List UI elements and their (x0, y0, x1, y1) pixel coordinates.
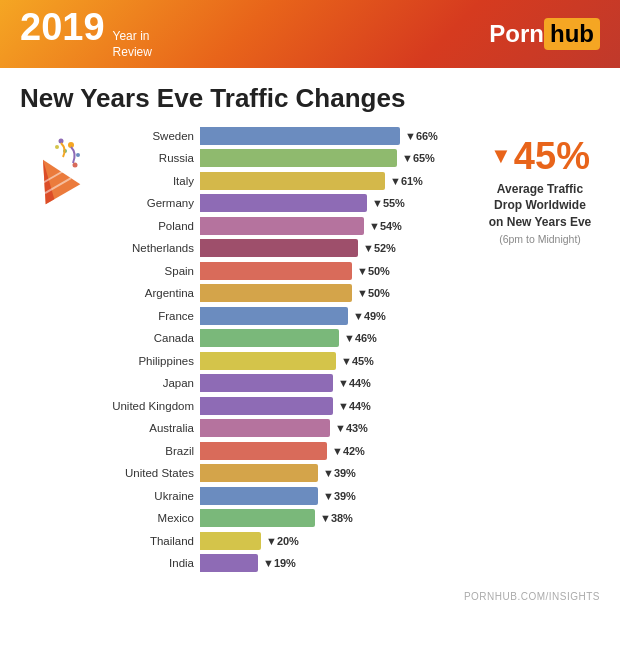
chart-row: Russia ▼65% (95, 149, 470, 167)
country-label: Argentina (95, 287, 200, 299)
bar-value-label: ▼38% (320, 512, 353, 524)
chart-row: United Kingdom ▼44% (95, 397, 470, 415)
year-review: 2019 Year in Review (20, 8, 152, 60)
stat-triangle-icon: ▼ (490, 145, 512, 167)
bar-value-label: ▼61% (390, 175, 423, 187)
svg-point-9 (55, 145, 59, 149)
country-label: India (95, 557, 200, 569)
country-label: Sweden (95, 130, 200, 142)
chart-row: Thailand ▼20% (95, 532, 470, 550)
bar (200, 397, 333, 415)
chart-row: Philippines ▼45% (95, 352, 470, 370)
bar (200, 464, 318, 482)
chart-row: Netherlands ▼52% (95, 239, 470, 257)
decoration-area (20, 127, 85, 577)
logo: Porn hub (489, 18, 600, 50)
chart-row: Sweden ▼66% (95, 127, 470, 145)
bar (200, 284, 352, 302)
chart-row: Italy ▼61% (95, 172, 470, 190)
bar (200, 194, 367, 212)
bar-value-label: ▼50% (357, 287, 390, 299)
bar (200, 374, 333, 392)
bar (200, 352, 336, 370)
bar-value-label: ▼42% (332, 445, 365, 457)
chart-row: India ▼19% (95, 554, 470, 572)
bar-value-label: ▼65% (402, 152, 435, 164)
bar-value-label: ▼39% (323, 467, 356, 479)
country-label: Mexico (95, 512, 200, 524)
bar (200, 419, 330, 437)
chart-row: Canada ▼46% (95, 329, 470, 347)
country-label: Philippines (95, 355, 200, 367)
main-content: New Years Eve Traffic Changes (0, 68, 620, 587)
chart-title: New Years Eve Traffic Changes (20, 84, 600, 113)
bar (200, 487, 318, 505)
header: 2019 Year in Review Porn hub (0, 0, 620, 68)
svg-point-6 (76, 153, 80, 157)
chart-row: United States ▼39% (95, 464, 470, 482)
country-label: Germany (95, 197, 200, 209)
chart-row: France ▼49% (95, 307, 470, 325)
country-label: Poland (95, 220, 200, 232)
chart-row: Poland ▼54% (95, 217, 470, 235)
svg-point-8 (72, 162, 77, 167)
bar-value-label: ▼44% (338, 377, 371, 389)
bar (200, 329, 339, 347)
country-label: Thailand (95, 535, 200, 547)
bar-value-label: ▼43% (335, 422, 368, 434)
year-sub: Year in Review (113, 29, 152, 60)
chart-row: Ukraine ▼39% (95, 487, 470, 505)
year-number: 2019 (20, 8, 105, 46)
bar (200, 509, 315, 527)
country-label: Italy (95, 175, 200, 187)
bar (200, 127, 400, 145)
bar (200, 262, 352, 280)
svg-point-5 (58, 138, 63, 143)
chart-row: Brazil ▼42% (95, 442, 470, 460)
bar (200, 554, 258, 572)
country-label: France (95, 310, 200, 322)
bar-value-label: ▼66% (405, 130, 438, 142)
bar-value-label: ▼20% (266, 535, 299, 547)
bar-value-label: ▼46% (344, 332, 377, 344)
bar (200, 172, 385, 190)
chart-row: Germany ▼55% (95, 194, 470, 212)
logo-hub: hub (544, 18, 600, 50)
chart-row: Japan ▼44% (95, 374, 470, 392)
bar-value-label: ▼55% (372, 197, 405, 209)
country-label: Russia (95, 152, 200, 164)
content-area: Sweden ▼66% Russia ▼65% Italy ▼61% Germa… (20, 127, 600, 577)
bar (200, 442, 327, 460)
bar-value-label: ▼45% (341, 355, 374, 367)
party-popper-icon (23, 137, 83, 207)
chart-row: Australia ▼43% (95, 419, 470, 437)
bar-value-label: ▼49% (353, 310, 386, 322)
stat-percent: ▼45% (490, 137, 590, 175)
country-label: Canada (95, 332, 200, 344)
footer-url: PORNHUB.COM/INSIGHTS (464, 591, 600, 602)
bar-value-label: ▼19% (263, 557, 296, 569)
bar-value-label: ▼52% (363, 242, 396, 254)
stat-box: ▼45% Average Traffic Drop Worldwide on N… (480, 127, 600, 577)
country-label: United Kingdom (95, 400, 200, 412)
country-label: Spain (95, 265, 200, 277)
country-label: Ukraine (95, 490, 200, 502)
bar-value-label: ▼39% (323, 490, 356, 502)
bar (200, 307, 348, 325)
bar-value-label: ▼54% (369, 220, 402, 232)
country-label: United States (95, 467, 200, 479)
country-label: Netherlands (95, 242, 200, 254)
bar-value-label: ▼50% (357, 265, 390, 277)
chart-section: Sweden ▼66% Russia ▼65% Italy ▼61% Germa… (95, 127, 470, 577)
chart-row: Spain ▼50% (95, 262, 470, 280)
stat-description: Average Traffic Drop Worldwide on New Ye… (489, 181, 592, 248)
chart-row: Mexico ▼38% (95, 509, 470, 527)
logo-porn: Porn (489, 20, 544, 48)
country-label: Brazil (95, 445, 200, 457)
bar (200, 149, 397, 167)
bar (200, 532, 261, 550)
country-label: Australia (95, 422, 200, 434)
bar (200, 239, 358, 257)
country-label: Japan (95, 377, 200, 389)
footer: PORNHUB.COM/INSIGHTS (0, 587, 620, 608)
